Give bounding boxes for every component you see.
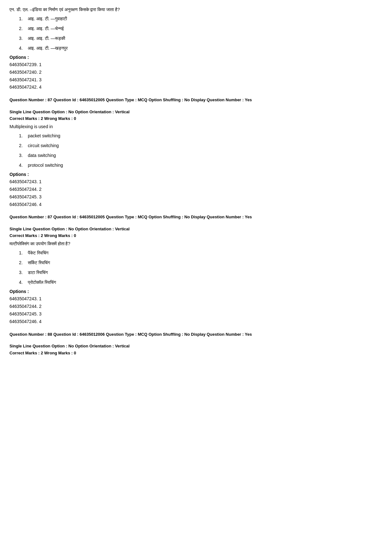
question-86-options-list: 1. आइ. आइ. टी. —गुवाहाटी 2. आइ. आइ. टी. … bbox=[19, 16, 383, 52]
options-label: Options : bbox=[9, 172, 383, 177]
options-label: Options : bbox=[9, 55, 383, 60]
list-item: 2. सर्किट स्विचिंग bbox=[19, 259, 383, 266]
question-86-block: एन. डी. एल. –इंडिया का निर्माण एवं अनुरक… bbox=[9, 6, 383, 91]
option-text hindi-text: प्रोटोकॉल स्विचिंग bbox=[28, 279, 56, 286]
option-num: 1. bbox=[19, 16, 28, 22]
question-88-marks: Correct Marks : 2 Wrong Marks : 0 bbox=[9, 351, 383, 355]
question-87-en-text: Multiplexing is used in bbox=[9, 123, 383, 130]
question-87-meta2-line2: Single Line Question Option : No Option … bbox=[9, 226, 383, 232]
options-values: 64635047243. 1 64635047244. 2 6463504724… bbox=[9, 178, 383, 208]
option-value: 64635047241. 3 bbox=[9, 76, 383, 84]
question-86-text: एन. डी. एल. –इंडिया का निर्माण एवं अनुरक… bbox=[9, 6, 383, 13]
option-text: data switching bbox=[28, 152, 56, 159]
option-value: 64635047242. 4 bbox=[9, 84, 383, 91]
list-item: 3. data switching bbox=[19, 152, 383, 159]
list-item: 4. प्रोटोकॉल स्विचिंग bbox=[19, 279, 383, 286]
question-88-meta-line2: Single Line Question Option : No Option … bbox=[9, 343, 383, 349]
list-item: 3. आइ. आइ. टी. —रूड़की bbox=[19, 35, 383, 42]
option-value: 64635047245. 3 bbox=[9, 310, 383, 318]
list-item: 1. पैकेट स्विचिंग bbox=[19, 250, 383, 256]
option-text hindi-text: सर्किट स्विचिंग bbox=[28, 259, 50, 266]
option-num: 4. bbox=[19, 162, 28, 169]
option-value: 64635047246. 4 bbox=[9, 318, 383, 326]
option-text: आइ. आइ. टी. —रूड़की bbox=[28, 35, 65, 42]
option-num: 1. bbox=[19, 133, 28, 139]
list-item: 4. protocol switching bbox=[19, 162, 383, 169]
option-text: आइ. आइ. टी. —गुवाहाटी bbox=[28, 16, 67, 22]
option-value: 64635047244. 2 bbox=[9, 303, 383, 310]
question-87-hi-block: Question Number : 87 Question Id : 64635… bbox=[9, 214, 383, 325]
option-num: 1. bbox=[19, 250, 28, 256]
option-value: 64635047243. 1 bbox=[9, 178, 383, 186]
option-value: 64635047245. 3 bbox=[9, 193, 383, 201]
option-value: 64635047246. 4 bbox=[9, 201, 383, 209]
option-text: circuit switching bbox=[28, 142, 59, 149]
option-num: 3. bbox=[19, 35, 28, 42]
question-87-marks2: Correct Marks : 2 Wrong Marks : 0 bbox=[9, 233, 383, 238]
question-87-meta-line1: Question Number : 87 Question Id : 64635… bbox=[9, 97, 383, 103]
option-num: 4. bbox=[19, 45, 28, 52]
option-num: 2. bbox=[19, 25, 28, 32]
option-text: आइ. आइ. टी. —चेन्नई bbox=[28, 25, 64, 32]
question-87-en-options-list: 1. packet switching 2. circuit switching… bbox=[19, 133, 383, 169]
options-values: 64635047243. 1 64635047244. 2 6463504724… bbox=[9, 295, 383, 325]
list-item: 1. packet switching bbox=[19, 133, 383, 139]
option-value: 64635047244. 2 bbox=[9, 186, 383, 193]
list-item: 1. आइ. आइ. टी. —गुवाहाटी bbox=[19, 16, 383, 22]
list-item: 4. आइ. आइ. टी. —खड़गपुर bbox=[19, 45, 383, 52]
option-text: packet switching bbox=[28, 133, 60, 139]
question-87-hi-text: मल्टीप्लेक्सिंग का उपयोग किसमें होता है? bbox=[9, 240, 383, 247]
question-87-meta-line2: Single Line Question Option : No Option … bbox=[9, 109, 383, 115]
option-value: 64635047239. 1 bbox=[9, 61, 383, 69]
option-num: 2. bbox=[19, 142, 28, 149]
question-87-meta2-line1: Question Number : 87 Question Id : 64635… bbox=[9, 214, 383, 220]
option-text hindi-text: पैकेट स्विचिंग bbox=[28, 250, 48, 256]
question-87-meta-block: Question Number : 87 Question Id : 64635… bbox=[9, 97, 383, 208]
option-text: protocol switching bbox=[28, 162, 63, 169]
options-label: Options : bbox=[9, 289, 383, 294]
option-value: 64635047243. 1 bbox=[9, 295, 383, 303]
question-88-meta-line1: Question Number : 88 Question Id : 64635… bbox=[9, 331, 383, 338]
option-num: 3. bbox=[19, 269, 28, 276]
option-num: 3. bbox=[19, 152, 28, 159]
question-87-hi-options-list: 1. पैकेट स्विचिंग 2. सर्किट स्विचिंग 3. … bbox=[19, 250, 383, 286]
question-87-marks: Correct Marks : 2 Wrong Marks : 0 bbox=[9, 116, 383, 121]
list-item: 3. डाटा स्विचिंग bbox=[19, 269, 383, 276]
options-values: 64635047239. 1 64635047240. 2 6463504724… bbox=[9, 61, 383, 91]
option-text hindi-text: डाटा स्विचिंग bbox=[28, 269, 48, 276]
question-88-meta-block: Question Number : 88 Question Id : 64635… bbox=[9, 331, 383, 355]
option-num: 4. bbox=[19, 279, 28, 286]
list-item: 2. circuit switching bbox=[19, 142, 383, 149]
list-item: 2. आइ. आइ. टी. —चेन्नई bbox=[19, 25, 383, 32]
option-num: 2. bbox=[19, 259, 28, 266]
option-text: आइ. आइ. टी. —खड़गपुर bbox=[28, 45, 68, 52]
option-value: 64635047240. 2 bbox=[9, 69, 383, 76]
